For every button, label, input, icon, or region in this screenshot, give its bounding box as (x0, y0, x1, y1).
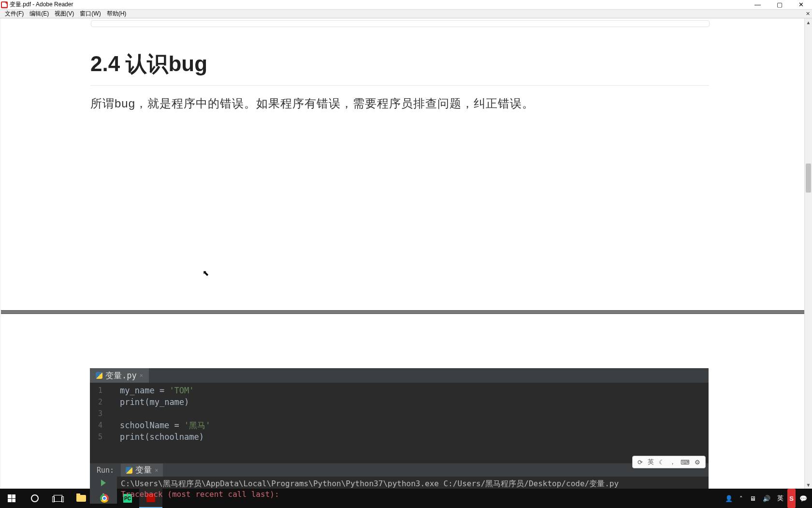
section-heading: 2.4 认识bug (90, 50, 207, 78)
section-body: 所谓bug，就是程序中的错误。如果程序有错误，需要程序员排查问题，纠正错误。 (90, 96, 534, 111)
code-token: my_name (120, 386, 155, 395)
scroll-down-arrow[interactable]: ▼ (805, 481, 812, 489)
line-no: 5 (90, 431, 102, 443)
tray-ime-lang[interactable]: 英 (774, 489, 786, 508)
ide-console: ↑ C:\Users\黑马程序员\AppData\Local\Programs\… (90, 477, 709, 504)
window-controls: — ▢ ✕ (747, 0, 812, 10)
line-no: 1 (90, 385, 102, 396)
code-token: '黑马' (184, 420, 210, 430)
code-token: print (120, 397, 145, 407)
page-divider (1, 310, 804, 314)
scroll-up-arrow[interactable]: ▲ (805, 18, 812, 26)
ide-tab[interactable]: 变量.py × (90, 368, 149, 383)
menu-help[interactable]: 帮助(H) (104, 10, 130, 18)
menu-view[interactable]: 视图(V) (52, 10, 77, 18)
run-play-icon[interactable] (101, 479, 106, 486)
code-token-error: schoolname (149, 432, 199, 442)
top-box-rule (91, 20, 710, 27)
menubar: 文件(F) 编辑(E) 视图(V) 窗口(W) 帮助(H) ✕ (0, 10, 812, 18)
run-tab-label: 变量 (135, 464, 152, 476)
line-no: 4 (90, 419, 102, 431)
ime-lang[interactable]: 英 (648, 458, 654, 466)
menubar-close-icon[interactable]: ✕ (806, 11, 810, 17)
tray-people-icon[interactable]: 👤 (722, 489, 736, 508)
code-token: 'TOM' (169, 386, 194, 395)
tray-chevron-up-icon[interactable]: ˄ (737, 489, 746, 508)
tray-network-icon[interactable]: 🖥 (747, 489, 759, 508)
ime-float-bar[interactable]: ⟳ 英 ☾ ， ⌨ ⚙ (632, 456, 706, 468)
menu-window[interactable]: 窗口(W) (77, 10, 103, 18)
run-tab[interactable]: 变量 × (121, 463, 163, 477)
scrollbar-thumb[interactable] (806, 164, 811, 193)
run-label: Run: (90, 466, 121, 475)
tray-action-center-icon[interactable]: 💬 (797, 489, 810, 508)
ide-screenshot: 变量.py × 1 2 3 4 5 my_name = 'TOM' print(… (90, 368, 709, 489)
tray-volume-icon[interactable]: 🔊 (760, 489, 773, 508)
section-rule (90, 85, 709, 86)
code-token: print (120, 432, 145, 442)
titlebar: 变量.pdf - Adobe Reader — ▢ ✕ (0, 0, 812, 10)
document-area: 2.4 认识bug 所谓bug，就是程序中的错误。如果程序有错误，需要程序员排查… (0, 18, 812, 489)
ide-tabbar: 变量.py × (90, 368, 709, 383)
taskview-button[interactable] (46, 489, 70, 508)
close-button[interactable]: ✕ (790, 0, 812, 10)
cortana-button[interactable] (23, 489, 46, 508)
code-token: my_name (149, 397, 184, 407)
window-title: 变量.pdf - Adobe Reader (10, 0, 73, 9)
code-lines: my_name = 'TOM' print(my_name) schoolNam… (120, 385, 709, 443)
code-token: schoolName (120, 420, 169, 430)
start-button[interactable] (0, 489, 23, 508)
ime-settings-icon[interactable]: ⚙ (695, 459, 700, 466)
run-tab-close-icon[interactable]: × (155, 467, 158, 474)
minimize-button[interactable]: — (747, 0, 768, 10)
system-tray: 👤 ˄ 🖥 🔊 英 S 💬 (722, 489, 812, 508)
vertical-scrollbar[interactable]: ▲ ▼ (804, 18, 812, 489)
console-output: C:\Users\黑马程序员\AppData\Local\Programs\Py… (117, 477, 709, 504)
line-no: 2 (90, 396, 102, 408)
ime-switch-icon[interactable]: ⟳ (638, 459, 643, 466)
tray-sogou-icon[interactable]: S (787, 489, 796, 508)
python-file-icon (126, 467, 132, 474)
python-file-icon (96, 372, 102, 379)
ide-gutter: 1 2 3 4 5 (90, 385, 111, 443)
line-no: 3 (90, 408, 102, 419)
maximize-button[interactable]: ▢ (768, 0, 790, 10)
circle-icon (31, 494, 39, 502)
chrome-icon (100, 494, 109, 503)
ime-punct[interactable]: ， (669, 458, 676, 466)
windows-logo-icon (8, 494, 15, 502)
ime-moon-icon[interactable]: ☾ (659, 459, 665, 466)
code-token: = (155, 386, 170, 395)
console-traceback: Traceback (most recent call last): (121, 489, 705, 500)
taskview-icon (54, 495, 62, 502)
menu-edit[interactable]: 编辑(E) (27, 10, 52, 18)
ide-tab-label: 变量.py (105, 370, 137, 381)
ide-run-bar: Run: 变量 × (90, 463, 709, 477)
taskbar-file-explorer[interactable] (70, 489, 93, 508)
ide-tab-close-icon[interactable]: × (140, 372, 143, 379)
code-token: = (169, 420, 184, 430)
menu-file[interactable]: 文件(F) (2, 10, 27, 18)
console-command: C:\Users\黑马程序员\AppData\Local\Programs\Py… (121, 478, 705, 489)
folder-icon (76, 495, 86, 502)
ime-keyboard-icon[interactable]: ⌨ (681, 459, 690, 466)
titlebar-left: 变量.pdf - Adobe Reader (0, 0, 73, 9)
ide-code-area: 1 2 3 4 5 my_name = 'TOM' print(my_name)… (90, 383, 709, 445)
adobe-reader-icon (1, 1, 8, 8)
